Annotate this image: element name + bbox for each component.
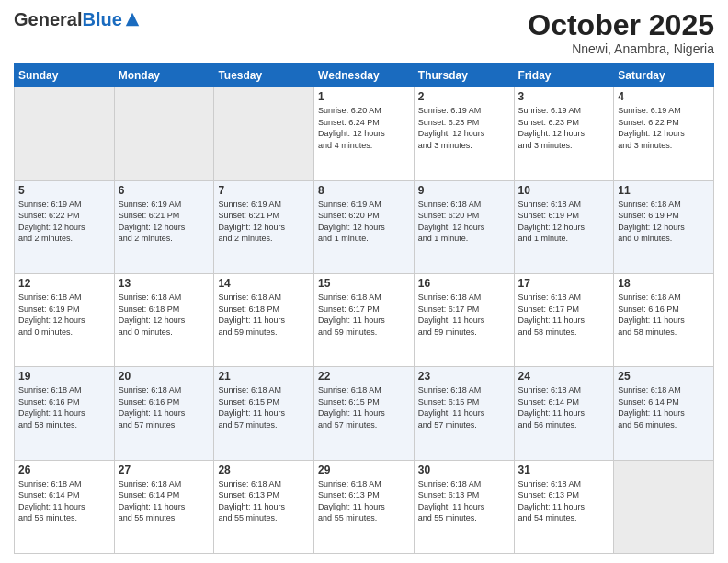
page: GeneralBlue October 2025 Nnewi, Anambra,…: [0, 0, 728, 563]
day-number: 31: [518, 464, 610, 477]
table-row: 21Sunrise: 6:18 AM Sunset: 6:15 PM Dayli…: [214, 367, 314, 460]
col-tuesday: Tuesday: [214, 64, 314, 87]
table-row: 27Sunrise: 6:18 AM Sunset: 6:14 PM Dayli…: [114, 460, 214, 553]
day-info: Sunrise: 6:18 AM Sunset: 6:14 PM Dayligh…: [618, 385, 710, 431]
table-row: [114, 87, 214, 180]
day-info: Sunrise: 6:18 AM Sunset: 6:14 PM Dayligh…: [518, 385, 610, 431]
day-number: 12: [18, 277, 110, 290]
table-row: 11Sunrise: 6:18 AM Sunset: 6:19 PM Dayli…: [614, 180, 714, 273]
table-row: 12Sunrise: 6:18 AM Sunset: 6:19 PM Dayli…: [15, 273, 115, 366]
day-info: Sunrise: 6:18 AM Sunset: 6:14 PM Dayligh…: [119, 478, 210, 524]
day-number: 21: [218, 370, 310, 383]
table-row: 31Sunrise: 6:18 AM Sunset: 6:13 PM Dayli…: [514, 460, 614, 553]
day-info: Sunrise: 6:19 AM Sunset: 6:23 PM Dayligh…: [518, 105, 610, 151]
day-info: Sunrise: 6:18 AM Sunset: 6:19 PM Dayligh…: [518, 199, 610, 245]
calendar-week-row: 1Sunrise: 6:20 AM Sunset: 6:24 PM Daylig…: [15, 87, 714, 180]
day-info: Sunrise: 6:18 AM Sunset: 6:13 PM Dayligh…: [218, 478, 310, 524]
logo: GeneralBlue: [14, 9, 141, 29]
day-number: 6: [119, 184, 210, 197]
table-row: 13Sunrise: 6:18 AM Sunset: 6:18 PM Dayli…: [114, 273, 214, 366]
table-row: 26Sunrise: 6:18 AM Sunset: 6:14 PM Dayli…: [15, 460, 115, 553]
col-monday: Monday: [114, 64, 214, 87]
day-number: 24: [518, 370, 610, 383]
table-row: 10Sunrise: 6:18 AM Sunset: 6:19 PM Dayli…: [514, 180, 614, 273]
day-number: 8: [318, 184, 410, 197]
day-number: 13: [119, 277, 210, 290]
day-number: 28: [218, 464, 310, 477]
day-number: 17: [518, 277, 610, 290]
col-friday: Friday: [514, 64, 614, 87]
day-info: Sunrise: 6:19 AM Sunset: 6:21 PM Dayligh…: [119, 199, 210, 245]
day-info: Sunrise: 6:18 AM Sunset: 6:18 PM Dayligh…: [218, 292, 310, 338]
day-number: 22: [318, 370, 410, 383]
logo-general-text: General: [14, 9, 82, 29]
title-block: October 2025 Nnewi, Anambra, Nigeria: [528, 9, 714, 56]
table-row: 14Sunrise: 6:18 AM Sunset: 6:18 PM Dayli…: [214, 273, 314, 366]
table-row: 17Sunrise: 6:18 AM Sunset: 6:17 PM Dayli…: [514, 273, 614, 366]
day-info: Sunrise: 6:18 AM Sunset: 6:15 PM Dayligh…: [418, 385, 510, 431]
calendar-header-row: Sunday Monday Tuesday Wednesday Thursday…: [15, 64, 714, 87]
day-number: 2: [418, 90, 510, 103]
table-row: 18Sunrise: 6:18 AM Sunset: 6:16 PM Dayli…: [614, 273, 714, 366]
table-row: 23Sunrise: 6:18 AM Sunset: 6:15 PM Dayli…: [414, 367, 514, 460]
day-number: 29: [318, 464, 410, 477]
day-number: 15: [318, 277, 410, 290]
table-row: 19Sunrise: 6:18 AM Sunset: 6:16 PM Dayli…: [15, 367, 115, 460]
table-row: [214, 87, 314, 180]
col-sunday: Sunday: [15, 64, 115, 87]
day-info: Sunrise: 6:18 AM Sunset: 6:15 PM Dayligh…: [218, 385, 310, 431]
day-number: 5: [18, 184, 110, 197]
table-row: 24Sunrise: 6:18 AM Sunset: 6:14 PM Dayli…: [514, 367, 614, 460]
day-info: Sunrise: 6:18 AM Sunset: 6:13 PM Dayligh…: [318, 478, 410, 524]
logo-icon: [124, 11, 141, 28]
day-info: Sunrise: 6:18 AM Sunset: 6:16 PM Dayligh…: [18, 385, 110, 431]
table-row: 2Sunrise: 6:19 AM Sunset: 6:23 PM Daylig…: [414, 87, 514, 180]
day-number: 7: [218, 184, 310, 197]
day-info: Sunrise: 6:18 AM Sunset: 6:18 PM Dayligh…: [119, 292, 210, 338]
day-number: 27: [119, 464, 210, 477]
table-row: 4Sunrise: 6:19 AM Sunset: 6:22 PM Daylig…: [614, 87, 714, 180]
day-number: 4: [618, 90, 710, 103]
day-number: 9: [418, 184, 510, 197]
day-number: 16: [418, 277, 510, 290]
day-info: Sunrise: 6:18 AM Sunset: 6:15 PM Dayligh…: [318, 385, 410, 431]
day-info: Sunrise: 6:18 AM Sunset: 6:16 PM Dayligh…: [618, 292, 710, 338]
day-number: 26: [18, 464, 110, 477]
page-subtitle: Nnewi, Anambra, Nigeria: [528, 41, 714, 56]
col-thursday: Thursday: [414, 64, 514, 87]
day-number: 11: [618, 184, 710, 197]
table-row: 29Sunrise: 6:18 AM Sunset: 6:13 PM Dayli…: [314, 460, 415, 553]
table-row: 25Sunrise: 6:18 AM Sunset: 6:14 PM Dayli…: [614, 367, 714, 460]
table-row: 30Sunrise: 6:18 AM Sunset: 6:13 PM Dayli…: [414, 460, 514, 553]
calendar-week-row: 5Sunrise: 6:19 AM Sunset: 6:22 PM Daylig…: [15, 180, 714, 273]
table-row: [15, 87, 115, 180]
table-row: 8Sunrise: 6:19 AM Sunset: 6:20 PM Daylig…: [314, 180, 415, 273]
day-info: Sunrise: 6:19 AM Sunset: 6:21 PM Dayligh…: [218, 199, 310, 245]
logo-blue-text: Blue: [82, 9, 121, 29]
calendar-week-row: 12Sunrise: 6:18 AM Sunset: 6:19 PM Dayli…: [15, 273, 714, 366]
table-row: 28Sunrise: 6:18 AM Sunset: 6:13 PM Dayli…: [214, 460, 314, 553]
day-info: Sunrise: 6:18 AM Sunset: 6:19 PM Dayligh…: [18, 292, 110, 338]
day-info: Sunrise: 6:18 AM Sunset: 6:13 PM Dayligh…: [518, 478, 610, 524]
day-number: 3: [518, 90, 610, 103]
day-info: Sunrise: 6:19 AM Sunset: 6:22 PM Dayligh…: [18, 199, 110, 245]
table-row: 6Sunrise: 6:19 AM Sunset: 6:21 PM Daylig…: [114, 180, 214, 273]
day-number: 18: [618, 277, 710, 290]
day-number: 19: [18, 370, 110, 383]
day-info: Sunrise: 6:18 AM Sunset: 6:20 PM Dayligh…: [418, 199, 510, 245]
calendar-week-row: 19Sunrise: 6:18 AM Sunset: 6:16 PM Dayli…: [15, 367, 714, 460]
day-info: Sunrise: 6:18 AM Sunset: 6:16 PM Dayligh…: [119, 385, 210, 431]
table-row: 1Sunrise: 6:20 AM Sunset: 6:24 PM Daylig…: [314, 87, 415, 180]
table-row: 15Sunrise: 6:18 AM Sunset: 6:17 PM Dayli…: [314, 273, 415, 366]
table-row: 3Sunrise: 6:19 AM Sunset: 6:23 PM Daylig…: [514, 87, 614, 180]
day-number: 20: [119, 370, 210, 383]
header: GeneralBlue October 2025 Nnewi, Anambra,…: [14, 9, 714, 56]
day-info: Sunrise: 6:19 AM Sunset: 6:20 PM Dayligh…: [318, 199, 410, 245]
day-info: Sunrise: 6:19 AM Sunset: 6:23 PM Dayligh…: [418, 105, 510, 151]
day-number: 10: [518, 184, 610, 197]
day-number: 23: [418, 370, 510, 383]
day-number: 30: [418, 464, 510, 477]
table-row: 16Sunrise: 6:18 AM Sunset: 6:17 PM Dayli…: [414, 273, 514, 366]
day-info: Sunrise: 6:18 AM Sunset: 6:19 PM Dayligh…: [618, 199, 710, 245]
table-row: 9Sunrise: 6:18 AM Sunset: 6:20 PM Daylig…: [414, 180, 514, 273]
